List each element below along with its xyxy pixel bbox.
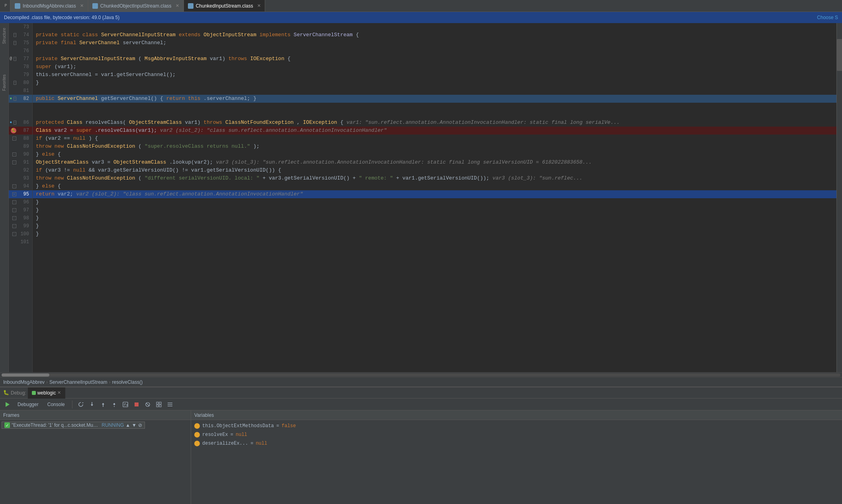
fold-86[interactable]: − [14,121,16,125]
var-eq-2: = [231,432,233,438]
thread-dropdown[interactable]: ✓ "ExecuteThread: '1' for q...c.socket.M… [2,422,145,429]
tab-3[interactable]: ChunkedInputStream.class ✕ [184,0,265,12]
right-scrollbar[interactable] [836,23,842,372]
debug-resume-btn[interactable] [3,400,12,409]
code-line-94: } else { [33,182,836,190]
debug-tabs-bar: 🐛 Debug: weblogic ✕ [0,387,842,399]
frames-content: ✓ "ExecuteThread: '1' for q...c.socket.M… [0,420,191,504]
down-arrow[interactable]: ▼ [132,422,137,428]
settings-btn[interactable] [166,400,174,409]
code-line-91: ObjectStreamClass var3 = ObjectStreamCla… [33,158,836,166]
code-line-81 [33,87,836,95]
run-82: ● [10,95,12,103]
code-line-83 [33,103,836,111]
up-arrow[interactable]: ▲ [125,422,130,428]
breadcrumb-sep-1: › [46,379,48,385]
gutter-line-81: 81 [9,87,32,95]
gutter-line-75: − 75 [9,39,32,47]
mute-btn[interactable] [143,400,152,409]
debug-content: Frames ✓ "ExecuteThread: '1' for q...c.s… [0,410,842,504]
frames-header: Frames [0,410,191,420]
fold-100[interactable]: − [12,232,16,236]
debug-label: Debug: [11,390,26,396]
breadcrumb-part-3[interactable]: resolveClass() [112,379,143,385]
favorites-tab[interactable]: Favorites [0,71,8,94]
code-line-98: } [33,214,836,222]
breadcrumb-part-2[interactable]: ServerChannelInputStream [49,379,107,385]
gutter-line-73: 73 [9,23,32,31]
line-gutter: 73 − 74 − 75 76 [9,23,33,372]
h-scrollbar[interactable] [0,372,842,377]
debug-icon: 🐛 [3,390,9,396]
gutter-line-82: ● − 82 [9,95,32,103]
fold-94[interactable]: − [12,184,16,188]
fold-80[interactable]: − [14,81,16,85]
code-line-99: } [33,222,836,230]
fold-95[interactable]: − [12,192,16,196]
breadcrumb-part-1[interactable]: InboundMsgAbbrev [3,379,45,385]
run-cursor-btn[interactable] [110,400,119,409]
scrollbar-thumb[interactable] [837,39,842,71]
bp-73 [12,25,16,29]
code-content[interactable]: private static class ServerChannelInputS… [33,23,836,372]
var-icon-2 [194,432,200,438]
step-out-btn[interactable] [99,400,107,409]
structure-tab[interactable]: Structure [0,25,8,47]
session-close[interactable]: ✕ [57,390,61,395]
bp-80 [9,81,12,85]
filter-icon[interactable]: ⊘ [138,422,142,428]
project-panel-tab[interactable]: P [2,0,10,12]
fold-90[interactable]: − [12,152,16,156]
svg-marker-7 [113,403,115,404]
app-container: P InboundMsgAbbrev.class ✕ ChunkedObject… [0,0,842,504]
fold-75[interactable]: − [14,41,16,45]
h-scrollbar-track[interactable] [2,373,840,377]
tab1-icon [15,3,20,9]
session-icon [32,391,36,395]
console-label-btn[interactable]: Console [44,401,68,408]
fold-98[interactable]: − [12,216,16,220]
stop-btn[interactable] [132,400,141,409]
tab3-close[interactable]: ✕ [257,3,261,8]
fold-97[interactable]: − [12,208,16,212]
code-line-87: Class var2 = super .resolveClass(var1); … [33,127,836,135]
gutter-line-78: 78 [9,63,32,71]
step-into-btn[interactable] [88,400,96,409]
left-side-panel: Structure Favorites [0,23,9,372]
var-item-2: resolveEx = null [193,430,840,439]
var-name-1: this.ObjectExtMethodsData [202,423,274,429]
code-line-77: private ServerChannelInputStream ( MsgAb… [33,55,836,63]
tab2-close[interactable]: ✕ [176,3,179,8]
gutter-line-91: − 91 [9,158,32,166]
debug-session-tab[interactable]: weblogic ✕ [28,387,66,399]
debugger-label-btn[interactable]: Debugger [14,401,42,408]
tabs-bar: P InboundMsgAbbrev.class ✕ ChunkedObject… [0,0,842,12]
fold-77[interactable]: − [14,57,16,61]
h-scrollbar-thumb[interactable] [2,373,49,377]
tab-1[interactable]: InboundMsgAbbrev.class ✕ [10,0,88,12]
fold-88[interactable]: − [12,137,16,141]
fold-91[interactable]: − [12,160,16,164]
code-line-75: private final ServerChannel serverChanne… [33,39,836,47]
var-val-3: null [256,441,267,446]
code-line-101 [33,238,836,246]
variables-title: Variables [194,412,214,418]
evaluate-btn[interactable]: fx [121,400,130,409]
code-line-78: super (var1); [33,63,836,71]
fold-96[interactable]: − [12,200,16,204]
fold-74[interactable]: − [14,33,16,37]
step-over-btn[interactable] [76,400,85,409]
tab-2[interactable]: ChunkedObjectInputStream.class ✕ [88,0,184,12]
fold-99[interactable]: − [12,224,16,228]
choose-button[interactable]: Choose S [817,15,838,20]
info-bar: Decompiled .class file, bytecode version… [0,12,842,23]
breadcrumb-sep-2: › [109,379,111,385]
tab1-close[interactable]: ✕ [80,3,84,8]
frames-title: Frames [3,412,20,418]
gutter-line-89: 89 [9,143,32,150]
fold-82[interactable]: − [14,97,16,101]
grid-btn[interactable] [154,400,163,409]
code-line-100: } [33,230,836,238]
code-line-76 [33,47,836,55]
editor-area: Structure Favorites 73 − 74 [0,23,842,387]
